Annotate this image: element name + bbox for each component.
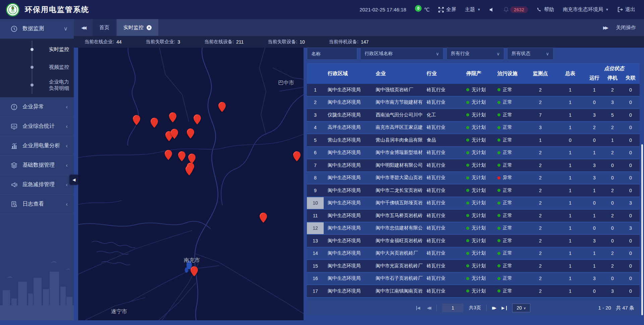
table-row-15[interactable]: 15阆中生态环境局阆中市光富页岩机砖厂砖瓦行业无计划正常21120 [307, 260, 640, 273]
map-marker-4[interactable] [169, 112, 176, 122]
table-row-12[interactable]: 12阆中生态环境局阆中市忠信建材有限公砖瓦行业无计划正常21003 [307, 222, 640, 235]
map-marker-8[interactable] [187, 128, 194, 139]
map-marker-1[interactable] [218, 102, 226, 112]
table-row-1[interactable]: 1阆中生态环境局阆中强锐页岩砖厂砖瓦行业无计划正常21120 [307, 84, 640, 97]
chevron-left-icon: ‹ [66, 201, 68, 208]
stats-icon [11, 123, 17, 130]
sidebar-item-视频监控[interactable]: 视频监控 [32, 58, 74, 76]
row-stop-status: 无计划 [460, 238, 492, 244]
row-stopped: 2 [603, 251, 622, 256]
sidebar-item-企业电力负荷明细[interactable]: 企业电力负荷明细 [32, 76, 74, 94]
table-row-4[interactable]: 4高坪生态环境局南充市高坪区王家店建砖瓦行业无计划正常31220 [307, 122, 640, 134]
chevron-left-icon: ‹ [66, 181, 68, 188]
tabs-scroll-right-button[interactable]: ▶▶ [603, 25, 607, 30]
panel-collapse-button[interactable]: ◀ [69, 175, 78, 185]
row-total-meter: 1 [555, 175, 585, 180]
table-row-14[interactable]: 14阆中生态环境局阆中大兴页岩机砖厂砖瓦行业无计划正常21120 [307, 248, 640, 260]
row-disconnected: 0 [622, 138, 640, 143]
logout-button[interactable]: 退出 [618, 6, 635, 13]
row-monitor-points: 2 [526, 251, 555, 256]
table-row-8[interactable]: 8阆中生态环境局阆中市枣碧大梁山页岩砖瓦行业无计划异常21300 [307, 172, 640, 185]
table-row-18[interactable]: 18南部生态环境局南部县砌兴水泥有限公建材加工无计划正常60060 [307, 298, 640, 301]
status-dot-icon [497, 126, 500, 129]
name-filter-input[interactable] [307, 48, 357, 60]
table-row-6[interactable]: 6阆中生态环境局阆中市金博瑞新型墙材砖瓦行业无计划正常21120 [307, 147, 640, 160]
map-marker-14[interactable] [185, 165, 193, 175]
city-label-巴中市: 巴中市 [278, 79, 294, 87]
map-marker-2[interactable] [133, 115, 140, 125]
chevron-left-icon: ‹ [66, 143, 68, 149]
map-marker-10[interactable] [165, 150, 172, 160]
row-index: 14 [307, 251, 324, 256]
last-page-button[interactable]: ▶ [501, 306, 507, 310]
total-pages-label: 共3页 [469, 305, 481, 311]
notifications-button[interactable]: 2632 [503, 6, 528, 13]
row-industry: 砖瓦行业 [423, 288, 460, 294]
tab-首页[interactable]: 首页 [93, 19, 116, 36]
sidebar-group-1[interactable]: 数据监测∨ [0, 19, 74, 39]
row-company: 阆中市二龙长宝页岩砖 [372, 187, 423, 194]
table-row-7[interactable]: 7阆中生态环境局阆中明阳建材有限公司砖瓦行业无计划正常21300 [307, 159, 640, 172]
row-index: 1 [307, 87, 324, 93]
table-row-13[interactable]: 13阆中生态环境局阆中市金福旺页岩机砖砖瓦行业无计划正常21300 [307, 235, 640, 248]
map-marker-5[interactable] [194, 114, 201, 124]
page-number-input[interactable]: 1 [442, 304, 464, 312]
row-region: 阆中生态环境局 [324, 275, 372, 281]
help-button[interactable]: 帮助 [537, 6, 554, 13]
first-page-button[interactable]: ◀ [416, 306, 422, 310]
sidebar-group-2[interactable]: 企业异常‹ [0, 97, 74, 117]
row-industry: 砖瓦行业 [423, 187, 460, 194]
status-filter-select[interactable]: 所有状态 ∨ [507, 48, 553, 60]
sidebar-group-7[interactable]: 日志查看‹ [0, 195, 74, 214]
tabs-scroll-left-button[interactable]: ◀◀ [74, 19, 93, 36]
table-row-3[interactable]: 3仪陇生态环境局西南油气田分公司川中化工无计划正常71350 [307, 109, 640, 122]
sidebar-group-3[interactable]: 企业综合统计‹ [0, 117, 74, 136]
page-size-select[interactable]: 20 ∨ [512, 304, 530, 312]
map-panel[interactable]: 巴中市南充市遂宁市 [78, 48, 304, 320]
row-region: 阆中生态环境局 [324, 187, 372, 194]
sidebar-group-6[interactable]: 应急减排管理‹ [0, 175, 74, 195]
prev-page-button[interactable]: ◀◀ [427, 306, 431, 310]
next-page-button[interactable]: ▶▶ [492, 306, 496, 310]
col-region: 行政区域 [324, 70, 372, 77]
map-marker-12[interactable] [188, 154, 196, 164]
map-marker-16[interactable] [191, 266, 198, 276]
table-row-2[interactable]: 2阆中生态环境局阆中市南方节能建材有砖瓦行业无计划正常21030 [307, 97, 640, 109]
row-facility-status: 正常 [492, 99, 526, 105]
row-index: 12 [307, 222, 324, 234]
table-row-9[interactable]: 9阆中生态环境局阆中市二龙长宝页岩砖砖瓦行业无计划正常21120 [307, 184, 640, 197]
table-row-11[interactable]: 11阆中生态环境局阆中市五马桥页岩机砖砖瓦行业无计划正常21120 [307, 210, 640, 222]
status-dot-icon [466, 202, 469, 205]
mute-button[interactable] [489, 7, 495, 12]
table-row-17[interactable]: 17阆中生态环境局阆中市江南镇阆南页岩砖瓦行业无计划正常21030 [307, 285, 640, 298]
map-marker-11[interactable] [178, 151, 185, 161]
row-facility-status: 异常 [492, 175, 526, 181]
theme-dropdown[interactable]: 主题 ▼ [465, 6, 481, 13]
map-marker-9[interactable] [293, 151, 301, 161]
row-total-meter: 1 [555, 276, 585, 281]
sidebar-group-4[interactable]: 企业用电量分析‹ [0, 136, 74, 156]
table-row-16[interactable]: 16阆中生态环境局阆中市石子页岩机砖厂砖瓦行业无计划正常21300 [307, 273, 640, 285]
fullscreen-button[interactable]: 全屏 [438, 6, 456, 13]
row-monitor-points: 2 [526, 100, 555, 105]
close-operations-button[interactable]: 关闭操作 [616, 24, 636, 31]
user-dropdown[interactable]: 南充市生态环境局 ▼ [563, 6, 609, 13]
sidebar-group-5[interactable]: 基础数据管理‹ [0, 156, 74, 175]
chevron-down-icon: ∨ [64, 25, 68, 32]
stat-label: 当前在线企业: [85, 39, 114, 45]
map-marker-15[interactable] [260, 213, 267, 223]
tab-close-icon[interactable]: × [147, 25, 152, 30]
sidebar-item-实时监控[interactable]: 实时监控 [32, 41, 74, 58]
tab-实时监控[interactable]: 实时监控× [117, 19, 158, 36]
page-scrollbar[interactable] [641, 144, 643, 315]
table-row-10[interactable]: 10阆中生态环境局阆中千佛镇五郎垭页岩砖瓦行业无计划正常21003 [307, 197, 640, 210]
industry-filter-select[interactable]: 所有行业 ∨ [446, 48, 504, 60]
row-facility-status: 正常 [492, 200, 526, 206]
region-filter-select[interactable]: 行政区域名称 ∨ [360, 48, 443, 60]
map-marker-3[interactable] [151, 118, 158, 128]
status-dot-icon [497, 176, 500, 179]
map-marker-7[interactable] [171, 129, 178, 139]
table-row-5[interactable]: 5营山生态环境局营山县润丰肉食品有限食品无计划正常10010 [307, 134, 640, 147]
row-total-meter: 1 [555, 251, 585, 256]
row-company: 营山县润丰肉食品有限 [372, 137, 423, 143]
